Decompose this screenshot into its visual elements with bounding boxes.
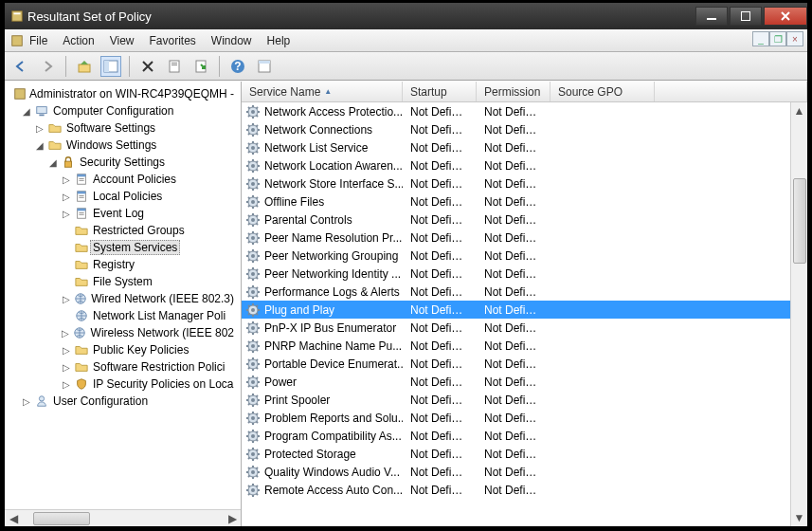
scroll-thumb[interactable] — [793, 178, 806, 264]
collapse-icon[interactable]: ◢ — [20, 106, 33, 117]
service-row[interactable]: Print SpoolerNot DefinedNot Defined — [242, 391, 807, 409]
service-row[interactable]: Peer Networking GroupingNot DefinedNot D… — [242, 247, 807, 265]
tree-h-scrollbar[interactable]: ◀ ▶ — [5, 509, 241, 526]
service-row[interactable]: Parental ControlsNot DefinedNot Defined — [242, 211, 807, 229]
service-row[interactable]: Quality Windows Audio V...Not DefinedNot… — [242, 463, 807, 481]
service-row[interactable]: Network ConnectionsNot DefinedNot Define… — [242, 120, 807, 138]
export-button[interactable] — [190, 56, 211, 77]
scroll-left-button[interactable]: ◀ — [5, 510, 22, 526]
up-button[interactable] — [74, 56, 95, 77]
service-row[interactable]: Portable Device Enumerat...Not DefinedNo… — [242, 355, 807, 373]
show-tree-button[interactable] — [100, 56, 121, 77]
list-v-scrollbar[interactable]: ▲ ▼ — [790, 102, 807, 526]
svg-rect-8 — [170, 61, 179, 72]
tree-root[interactable]: Administrator on WIN-RC4P39QEQMH - — [7, 85, 241, 102]
tree-software-settings[interactable]: ▷ Software Settings — [7, 119, 241, 137]
col-source-gpo[interactable]: Source GPO — [550, 82, 655, 101]
tree-node[interactable]: Restricted Groups — [7, 222, 241, 239]
service-row[interactable]: Network Store Interface S...Not DefinedN… — [242, 174, 807, 192]
expand-icon[interactable]: ▷ — [60, 345, 73, 356]
svg-line-185 — [257, 359, 259, 361]
close-button[interactable] — [764, 7, 807, 26]
expand-icon[interactable]: ▷ — [60, 328, 72, 339]
tree-node[interactable]: ▷IP Security Policies on Loca — [7, 375, 241, 393]
menu-view[interactable]: View — [110, 34, 135, 47]
service-row[interactable]: Remote Access Auto Con...Not DefinedNot … — [242, 481, 807, 499]
expand-icon[interactable]: ▷ — [60, 294, 72, 304]
svg-rect-1 — [14, 13, 21, 15]
col-service-name[interactable]: Service Name▲ — [242, 82, 403, 101]
tree-node[interactable]: System Services — [7, 239, 241, 256]
svg-line-232 — [248, 449, 250, 451]
tree-node[interactable]: ▷Public Key Policies — [7, 341, 241, 358]
service-row[interactable]: Performance Logs & AlertsNot DefinedNot … — [242, 283, 807, 301]
scroll-down-button[interactable]: ▼ — [791, 509, 807, 526]
collapse-icon[interactable]: ◢ — [33, 140, 46, 151]
expand-icon[interactable]: ▷ — [60, 209, 73, 219]
svg-line-253 — [257, 493, 259, 495]
service-row[interactable]: Program Compatibility As...Not DefinedNo… — [242, 427, 807, 445]
tree-node[interactable]: Registry — [7, 256, 241, 273]
tree-node[interactable]: ▷Wired Network (IEEE 802.3) — [7, 290, 241, 307]
service-row[interactable]: PowerNot DefinedNot Defined — [242, 373, 807, 391]
col-permission[interactable]: Permission — [477, 82, 550, 101]
service-row[interactable]: Problem Reports and Solu...Not DefinedNo… — [242, 409, 807, 427]
service-row[interactable]: Network Access Protectio...Not DefinedNo… — [242, 102, 807, 120]
service-row[interactable]: Peer Networking Identity ...Not DefinedN… — [242, 265, 807, 283]
svg-point-57 — [251, 146, 255, 150]
menu-window[interactable]: Window — [211, 34, 252, 47]
expand-icon[interactable]: ▷ — [33, 123, 46, 134]
menu-favorites[interactable]: Favorites — [150, 34, 196, 47]
scroll-up-button[interactable]: ▲ — [791, 102, 807, 119]
tree-node[interactable]: File System — [7, 273, 241, 290]
service-row[interactable]: Peer Name Resolution Pr...Not DefinedNot… — [242, 229, 807, 247]
back-button[interactable] — [10, 56, 31, 77]
service-row[interactable]: PnP-X IP Bus EnumeratorNot DefinedNot De… — [242, 319, 807, 337]
titlebar[interactable]: Resultant Set of Policy — [5, 3, 807, 29]
menu-help[interactable]: Help — [267, 34, 291, 47]
mdi-minimize-button[interactable]: _ — [752, 31, 769, 46]
tree-security-settings[interactable]: ◢ Security Settings — [7, 154, 241, 171]
mdi-restore-button[interactable]: ❐ — [769, 31, 786, 46]
service-row[interactable]: Plug and PlayNot DefinedNot Defined — [242, 301, 807, 319]
tree-node[interactable]: ▷Event Log — [7, 205, 241, 222]
menu-file[interactable]: File — [29, 34, 47, 47]
mdi-close-button[interactable]: × — [786, 31, 803, 46]
scroll-right-button[interactable]: ▶ — [224, 510, 241, 526]
service-row[interactable]: Network List ServiceNot DefinedNot Defin… — [242, 138, 807, 156]
maximize-button[interactable] — [730, 7, 762, 26]
forward-button[interactable] — [37, 56, 58, 77]
expand-icon[interactable]: ▷ — [60, 362, 73, 373]
tree-node[interactable]: ▷Software Restriction Polici — [7, 358, 241, 375]
service-row[interactable]: PNRP Machine Name Pu...Not DefinedNot De… — [242, 337, 807, 355]
service-startup: Not Defined — [403, 375, 477, 389]
user-icon — [33, 394, 50, 408]
list-body[interactable]: Network Access Protectio...Not DefinedNo… — [242, 102, 807, 526]
scroll-thumb[interactable] — [33, 512, 90, 525]
tree-computer-config[interactable]: ◢ Computer Configuration — [7, 102, 241, 119]
expand-icon[interactable]: ▷ — [60, 192, 73, 202]
minimize-button[interactable] — [695, 7, 728, 26]
svg-line-255 — [257, 485, 259, 487]
svg-point-37 — [251, 110, 255, 114]
tree-node[interactable]: ▷Local Policies — [7, 188, 241, 205]
tree-windows-settings[interactable]: ◢ Windows Settings — [7, 137, 241, 154]
expand-icon[interactable]: ▷ — [60, 379, 73, 390]
help-button[interactable]: ? — [227, 56, 248, 77]
service-row[interactable]: Protected StorageNot DefinedNot Defined — [242, 445, 807, 463]
expand-icon[interactable]: ▷ — [60, 174, 73, 185]
collapse-icon[interactable]: ◢ — [46, 157, 60, 168]
properties-button[interactable] — [164, 56, 185, 77]
tree-node[interactable]: ▷Account Policies — [7, 171, 241, 188]
expand-icon[interactable]: ▷ — [20, 396, 33, 407]
tree-node[interactable]: Network List Manager Poli — [7, 307, 241, 324]
tree[interactable]: Administrator on WIN-RC4P39QEQMH - ◢ Com… — [5, 82, 241, 509]
service-row[interactable]: Offline FilesNot DefinedNot Defined — [242, 192, 807, 211]
delete-button[interactable] — [137, 56, 158, 77]
col-startup[interactable]: Startup — [403, 82, 477, 101]
refresh-view-button[interactable] — [254, 56, 275, 77]
menu-action[interactable]: Action — [63, 34, 94, 47]
tree-user-config[interactable]: ▷ User Configuration — [7, 393, 241, 410]
tree-node[interactable]: ▷Wireless Network (IEEE 802 — [7, 324, 241, 341]
service-row[interactable]: Network Location Awaren...Not DefinedNot… — [242, 156, 807, 174]
